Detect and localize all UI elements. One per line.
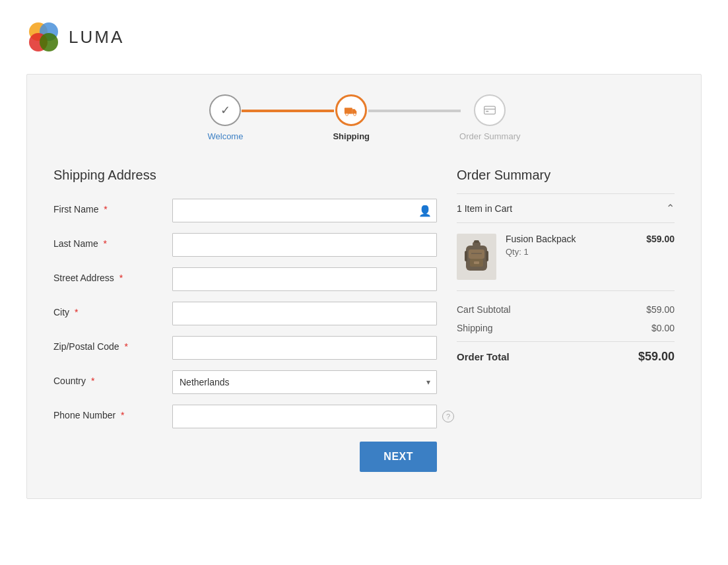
first-name-field: 👤 [172,199,437,222]
logo-area: LUMA [26,20,702,54]
phone-label: Phone Number * [53,405,172,420]
cart-subtotal-label: Cart Subtotal [457,304,511,315]
zip-field [172,336,437,360]
city-input[interactable] [172,302,437,325]
country-row: Country * Netherlands United States Germ… [53,370,437,394]
first-name-row: First Name * 👤 [53,199,437,222]
last-name-field [172,233,437,257]
logo-text: LUMA [69,27,124,48]
phone-help-icon[interactable]: ? [442,411,454,422]
phone-field: ? [172,405,437,428]
cart-header[interactable]: 1 Item in Cart ⌃ [457,193,675,223]
phone-row: Phone Number * ? [53,405,437,428]
svg-point-6 [354,114,356,116]
required-star-7: * [121,410,124,420]
required-star-4: * [75,307,78,317]
svg-rect-16 [474,261,479,264]
required-star-6: * [91,376,94,386]
step-label-shipping: Shipping [333,131,370,141]
svg-point-3 [40,33,58,51]
order-total-label: Order Total [457,351,510,362]
required-star-2: * [104,238,107,249]
step-label-welcome[interactable]: Welcome [207,131,243,141]
step-circle-welcome: ✓ [209,94,241,126]
summary-rows: Cart Subtotal $59.00 Shipping $0.00 Orde… [457,300,675,368]
street-address-input[interactable] [172,267,437,291]
street-address-field [172,267,437,291]
cart-item-image [457,234,496,280]
cart-item-price: $59.00 [646,234,675,244]
order-total-value: $59.00 [638,350,675,364]
city-row: City * [53,302,437,325]
order-summary: Order Summary 1 Item in Cart ⌃ [457,168,675,472]
last-name-row: Last Name * [53,233,437,257]
step-label-review: Order Summary [459,131,520,141]
page-wrapper: LUMA ✓ Welcome [0,0,728,519]
country-select[interactable]: Netherlands United States Germany France… [172,370,437,394]
checkout-container: ✓ Welcome Shipping [26,74,702,499]
last-name-input[interactable] [172,233,437,257]
country-label: Country * [53,370,172,386]
shipping-title: Shipping Address [53,168,437,183]
order-summary-title: Order Summary [457,168,675,183]
cart-item: Fusion Backpack Qty: 1 $59.00 [457,234,675,280]
cart-item-qty: Qty: 1 [506,247,637,257]
svg-rect-11 [469,249,484,259]
order-total-row: Order Total $59.00 [457,341,675,368]
last-name-label: Last Name * [53,233,172,249]
shipping-label: Shipping [457,323,493,333]
main-content: Shipping Address First Name * 👤 Last Nam… [53,168,675,472]
street-address-label: Street Address * [53,267,172,283]
step-circle-shipping [335,94,367,126]
svg-rect-18 [486,251,488,261]
zip-row: Zip/Postal Code * [53,336,437,360]
progress-steps: ✓ Welcome Shipping [53,94,675,141]
payment-icon [483,104,496,117]
country-field: Netherlands United States Germany France… [172,370,437,394]
cart-toggle-icon: ⌃ [666,202,675,215]
city-field [172,302,437,325]
cart-subtotal-row: Cart Subtotal $59.00 [457,300,675,319]
next-btn-wrapper: Next [53,442,437,472]
cart-item-name: Fusion Backpack [506,234,637,244]
truck-icon [344,103,358,117]
step-circle-review [474,94,506,126]
cart-item-details: Fusion Backpack Qty: 1 [506,234,637,257]
zip-label: Zip/Postal Code * [53,336,172,352]
svg-rect-17 [465,251,467,261]
cart-header-label: 1 Item in Cart [457,203,512,214]
cart-items: Fusion Backpack Qty: 1 $59.00 [457,223,675,291]
luma-logo-icon [26,20,61,54]
step-shipping: Shipping [333,94,370,141]
first-name-label: First Name * [53,199,172,215]
step-review: Order Summary [459,94,520,141]
required-star-5: * [125,341,128,352]
connector-2 [368,110,461,112]
cart-subtotal-value: $59.00 [646,304,675,315]
svg-rect-7 [484,106,496,114]
phone-input[interactable] [172,405,437,428]
shipping-row: Shipping $0.00 [457,319,675,337]
next-button[interactable]: Next [360,442,437,472]
required-star: * [104,204,107,215]
connector-1 [242,110,334,112]
svg-rect-9 [486,111,488,112]
backpack-image [461,238,492,276]
shipping-section: Shipping Address First Name * 👤 Last Nam… [53,168,437,472]
first-name-input[interactable] [172,199,437,222]
city-label: City * [53,302,172,317]
address-book-icon: 👤 [418,205,432,217]
svg-point-5 [346,114,348,116]
shipping-value: $0.00 [651,323,675,333]
step-welcome: ✓ Welcome [207,94,243,141]
street-address-row: Street Address * [53,267,437,291]
zip-input[interactable] [172,336,437,360]
svg-rect-14 [474,240,479,243]
svg-rect-4 [345,108,352,114]
required-star-3: * [119,273,123,283]
